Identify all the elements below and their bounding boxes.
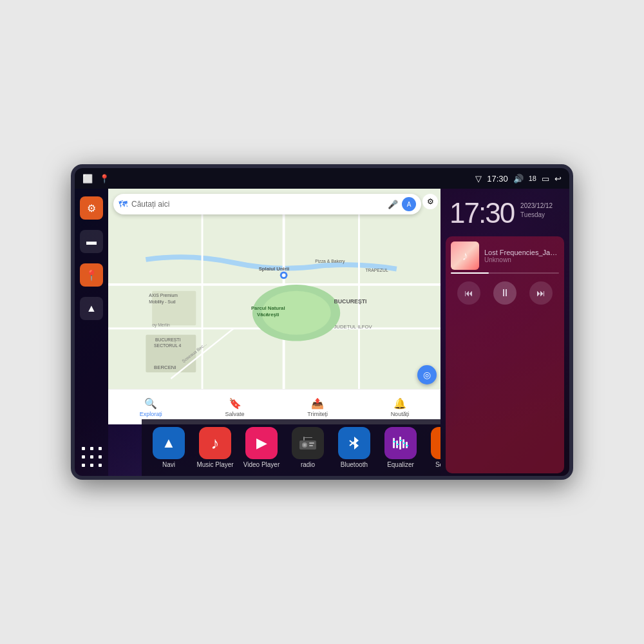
music-progress-bar[interactable] [451,272,559,274]
clock-section: 17:30 2023/12/12 Tuesday [440,189,569,234]
news-label: Noutăți [391,411,410,417]
dot-5 [90,455,93,459]
next-icon: ⏭ [536,288,545,298]
map-search-text: Căutați aici [131,200,384,209]
dot-1 [82,447,85,450]
map-search-bar[interactable]: 🗺 Căutați aici 🎤 A [113,194,421,214]
clock-date-day: Tuesday [520,211,553,220]
app-navi[interactable]: ▲ Navi [147,423,191,472]
files-icon: ▬ [86,236,97,247]
music-album-art [451,242,479,270]
clock-date: 2023/12/12 Tuesday [520,199,553,220]
dot-9 [99,464,102,467]
svg-text:AXIS Premium: AXIS Premium [149,293,178,298]
svg-text:Pizza & Bakery: Pizza & Bakery [315,259,345,264]
sidebar-nav-btn[interactable]: ▲ [80,297,103,320]
status-left: ⬜ 📍 [82,174,109,184]
dot-3 [99,447,102,450]
map-settings-btn[interactable]: ⚙ [422,194,438,209]
map-container[interactable]: Splaiul Unirii Parcul Natural Văcărești … [108,189,440,424]
svg-text:Văcărești: Văcărești [257,312,279,317]
map-pin-icon: 📍 [85,269,98,281]
mic-icon[interactable]: 🎤 [388,200,398,209]
video-icon: ▶ [256,435,267,451]
user-avatar[interactable]: A [402,197,416,211]
settings-gear-icon: ⚙ [440,433,441,453]
sidebar-settings-btn[interactable]: ⚙ [80,196,103,220]
sidebar-apps-btn[interactable] [80,445,103,468]
prev-button[interactable]: ⏮ [457,281,480,305]
svg-rect-33 [305,437,312,438]
radio-icon-wrap [292,427,324,459]
music-section: Lost Frequencies_Janie... Unknown ⏮ ⏸ ⏭ [446,236,564,473]
dot-7 [82,464,85,467]
svg-rect-27 [299,440,316,450]
app-settings[interactable]: ⚙ Settings [425,423,440,472]
next-button[interactable]: ⏭ [529,281,553,305]
music-icon-wrap: ♪ [199,427,231,459]
dot-6 [99,455,102,459]
right-panel: 17:30 2023/12/12 Tuesday Lost Frequencie… [440,189,569,476]
status-right: ▽ 17:30 🔊 18 ▭ ↩ [475,174,562,184]
map-explore-btn[interactable]: 🔍 Explorați [140,397,162,417]
settings-icon-wrap: ⚙ [431,427,440,459]
bluetooth-label: Bluetooth [341,461,368,468]
pause-icon: ⏸ [500,287,510,299]
radio-label: radio [301,461,315,468]
back-icon[interactable]: ↩ [554,174,562,184]
volume-icon: 🔊 [513,174,524,184]
app-music-player[interactable]: ♪ Music Player [193,423,237,472]
sidebar-files-btn[interactable]: ▬ [80,230,103,253]
equalizer-icon-wrap [384,427,417,459]
svg-rect-30 [309,442,314,444]
home-icon[interactable]: ⬜ [82,174,93,184]
radio-icon [298,435,317,451]
app-bluetooth[interactable]: Bluetooth [332,423,376,472]
equalizer-icon [392,435,410,451]
dot-4 [82,455,85,459]
svg-rect-31 [309,445,313,446]
sidebar-maps-btn[interactable]: 📍 [80,263,103,287]
news-icon: 🔔 [393,397,406,410]
svg-text:Splaiul Unirii: Splaiul Unirii [259,267,289,272]
maps-status-icon[interactable]: 📍 [99,174,109,184]
status-bar: ⬜ 📍 ▽ 17:30 🔊 18 ▭ ↩ [75,168,569,189]
location-fab[interactable]: ◎ [417,365,437,384]
svg-text:BERCENI: BERCENI [154,365,176,370]
clock-time: 17:30 [450,199,514,227]
svg-text:Mobility - Sud: Mobility - Sud [149,299,175,305]
map-saved-btn[interactable]: 🔖 Salvate [225,397,245,417]
map-news-btn[interactable]: 🔔 Noutăți [391,397,410,417]
device-frame: ⬜ 📍 ▽ 17:30 🔊 18 ▭ ↩ ⚙ ▬ 📍 ▲ [71,164,573,480]
album-image [451,242,479,270]
saved-label: Salvate [225,411,245,417]
navi-label: Navi [162,461,175,468]
status-time: 17:30 [487,174,508,184]
navi-icon: ▲ [162,435,176,451]
music-controls: ⏮ ⏸ ⏭ [446,279,564,311]
prev-icon: ⏮ [464,288,473,298]
wifi-icon: ▽ [475,174,482,184]
saved-icon: 🔖 [229,397,242,410]
video-icon-wrap: ▶ [245,427,278,459]
app-drawer: ▲ Navi ♪ Music Player ▶ Video Player [142,419,440,476]
app-video-player[interactable]: ▶ Video Player [240,423,283,472]
battery-level: 18 [529,175,536,182]
music-player-label: Music Player [196,461,233,468]
google-maps-icon: 🗺 [118,199,128,209]
svg-rect-36 [393,438,395,448]
app-radio[interactable]: radio [286,423,330,472]
svg-point-29 [303,444,306,446]
pause-button[interactable]: ⏸ [493,281,516,305]
clock-date-year: 2023/12/12 [520,202,553,211]
bluetooth-icon-wrap [338,427,370,459]
battery-icon: ▭ [542,174,549,184]
map-share-btn[interactable]: 📤 Trimiteți [307,397,328,417]
music-artist: Unknown [484,256,559,263]
app-equalizer[interactable]: Equalizer [379,423,422,472]
bluetooth-icon [346,435,363,451]
svg-rect-32 [303,437,305,440]
dot-8 [90,464,93,467]
share-label: Trimiteți [307,411,328,417]
svg-text:BUCUREȘTI: BUCUREȘTI [155,337,180,343]
